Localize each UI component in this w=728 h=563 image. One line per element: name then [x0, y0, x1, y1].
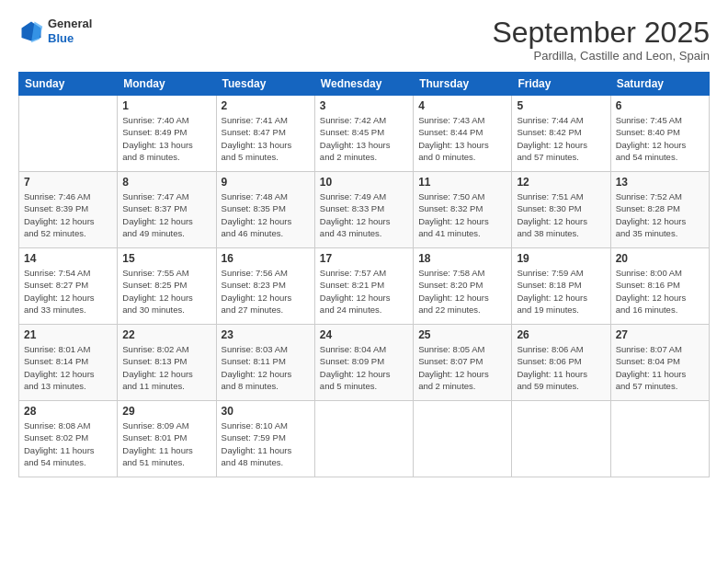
logo: General Blue — [18, 17, 92, 45]
calendar-table: SundayMondayTuesdayWednesdayThursdayFrid… — [18, 72, 710, 477]
weekday-header-monday: Monday — [118, 73, 216, 96]
logo-blue-text: Blue — [48, 31, 92, 46]
calendar-cell: 27Sunrise: 8:07 AM Sunset: 8:04 PM Dayli… — [610, 325, 709, 401]
calendar-cell: 24Sunrise: 8:04 AM Sunset: 8:09 PM Dayli… — [314, 325, 413, 401]
calendar-cell: 3Sunrise: 7:42 AM Sunset: 8:45 PM Daylig… — [314, 96, 413, 172]
week-row-1: 1Sunrise: 7:40 AM Sunset: 8:49 PM Daylig… — [19, 96, 710, 172]
calendar-cell: 16Sunrise: 7:56 AM Sunset: 8:23 PM Dayli… — [216, 248, 314, 325]
week-row-5: 28Sunrise: 8:08 AM Sunset: 8:02 PM Dayli… — [19, 401, 710, 477]
day-number: 11 — [418, 176, 506, 189]
day-number: 12 — [517, 176, 605, 189]
calendar-cell: 23Sunrise: 8:03 AM Sunset: 8:11 PM Dayli… — [216, 325, 314, 401]
day-number: 8 — [122, 176, 210, 189]
day-info: Sunrise: 7:54 AM Sunset: 8:27 PM Dayligh… — [24, 267, 112, 316]
day-number: 7 — [24, 176, 112, 189]
day-info: Sunrise: 7:40 AM Sunset: 8:49 PM Dayligh… — [122, 114, 210, 163]
calendar-cell: 9Sunrise: 7:48 AM Sunset: 8:35 PM Daylig… — [216, 172, 314, 248]
calendar-cell: 6Sunrise: 7:45 AM Sunset: 8:40 PM Daylig… — [610, 96, 709, 172]
calendar-cell — [19, 96, 118, 172]
calendar-cell: 13Sunrise: 7:52 AM Sunset: 8:28 PM Dayli… — [610, 172, 709, 248]
calendar-cell: 26Sunrise: 8:06 AM Sunset: 8:06 PM Dayli… — [512, 325, 610, 401]
day-info: Sunrise: 8:09 AM Sunset: 8:01 PM Dayligh… — [122, 419, 210, 468]
day-info: Sunrise: 7:50 AM Sunset: 8:32 PM Dayligh… — [418, 190, 506, 239]
day-number: 28 — [24, 405, 112, 418]
calendar-cell — [314, 401, 413, 477]
calendar-cell: 10Sunrise: 7:49 AM Sunset: 8:33 PM Dayli… — [314, 172, 413, 248]
day-number: 16 — [222, 252, 310, 265]
day-number: 26 — [517, 328, 605, 341]
week-row-2: 7Sunrise: 7:46 AM Sunset: 8:39 PM Daylig… — [19, 172, 710, 248]
calendar-cell — [610, 401, 709, 477]
day-number: 6 — [616, 99, 704, 112]
day-info: Sunrise: 7:59 AM Sunset: 8:18 PM Dayligh… — [517, 267, 605, 316]
weekday-header-tuesday: Tuesday — [216, 73, 314, 96]
day-info: Sunrise: 7:55 AM Sunset: 8:25 PM Dayligh… — [122, 267, 210, 316]
day-number: 4 — [418, 99, 506, 112]
day-number: 9 — [222, 176, 310, 189]
calendar-cell: 8Sunrise: 7:47 AM Sunset: 8:37 PM Daylig… — [118, 172, 216, 248]
calendar-cell: 22Sunrise: 8:02 AM Sunset: 8:13 PM Dayli… — [118, 325, 216, 401]
day-number: 29 — [122, 405, 210, 418]
day-info: Sunrise: 8:04 AM Sunset: 8:09 PM Dayligh… — [320, 343, 408, 392]
day-info: Sunrise: 7:52 AM Sunset: 8:28 PM Dayligh… — [616, 190, 704, 239]
day-info: Sunrise: 7:44 AM Sunset: 8:42 PM Dayligh… — [517, 114, 605, 163]
day-info: Sunrise: 7:41 AM Sunset: 8:47 PM Dayligh… — [222, 114, 310, 163]
day-number: 25 — [418, 328, 506, 341]
weekday-header-row: SundayMondayTuesdayWednesdayThursdayFrid… — [19, 73, 710, 96]
calendar-cell: 17Sunrise: 7:57 AM Sunset: 8:21 PM Dayli… — [314, 248, 413, 325]
day-info: Sunrise: 7:49 AM Sunset: 8:33 PM Dayligh… — [320, 190, 408, 239]
day-number: 5 — [517, 99, 605, 112]
day-number: 15 — [122, 252, 210, 265]
day-info: Sunrise: 8:00 AM Sunset: 8:16 PM Dayligh… — [616, 267, 704, 316]
logo-general-text: General — [48, 17, 92, 31]
day-number: 1 — [122, 99, 210, 112]
day-info: Sunrise: 7:46 AM Sunset: 8:39 PM Dayligh… — [24, 190, 112, 239]
day-info: Sunrise: 8:01 AM Sunset: 8:14 PM Dayligh… — [24, 343, 112, 392]
day-info: Sunrise: 7:57 AM Sunset: 8:21 PM Dayligh… — [320, 267, 408, 316]
calendar-cell: 29Sunrise: 8:09 AM Sunset: 8:01 PM Dayli… — [118, 401, 216, 477]
calendar-cell: 19Sunrise: 7:59 AM Sunset: 8:18 PM Dayli… — [512, 248, 610, 325]
day-info: Sunrise: 8:08 AM Sunset: 8:02 PM Dayligh… — [24, 419, 112, 468]
day-info: Sunrise: 7:47 AM Sunset: 8:37 PM Dayligh… — [122, 190, 210, 239]
calendar-cell — [512, 401, 610, 477]
header: General Blue September 2025 Pardilla, Ca… — [18, 17, 710, 63]
calendar-cell: 25Sunrise: 8:05 AM Sunset: 8:07 PM Dayli… — [414, 325, 512, 401]
day-number: 10 — [320, 176, 408, 189]
day-number: 14 — [24, 252, 112, 265]
calendar-cell: 11Sunrise: 7:50 AM Sunset: 8:32 PM Dayli… — [414, 172, 512, 248]
calendar-cell: 12Sunrise: 7:51 AM Sunset: 8:30 PM Dayli… — [512, 172, 610, 248]
calendar-cell: 1Sunrise: 7:40 AM Sunset: 8:49 PM Daylig… — [118, 96, 216, 172]
day-info: Sunrise: 7:56 AM Sunset: 8:23 PM Dayligh… — [222, 267, 310, 316]
day-info: Sunrise: 8:02 AM Sunset: 8:13 PM Dayligh… — [122, 343, 210, 392]
day-info: Sunrise: 8:05 AM Sunset: 8:07 PM Dayligh… — [418, 343, 506, 392]
calendar-cell: 30Sunrise: 8:10 AM Sunset: 7:59 PM Dayli… — [216, 401, 314, 477]
day-number: 17 — [320, 252, 408, 265]
day-number: 30 — [222, 405, 310, 418]
week-row-4: 21Sunrise: 8:01 AM Sunset: 8:14 PM Dayli… — [19, 325, 710, 401]
day-info: Sunrise: 8:06 AM Sunset: 8:06 PM Dayligh… — [517, 343, 605, 392]
title-area: September 2025 Pardilla, Castille and Le… — [492, 17, 710, 63]
logo-icon — [18, 18, 44, 44]
weekday-header-friday: Friday — [512, 73, 610, 96]
day-number: 2 — [222, 99, 310, 112]
day-info: Sunrise: 7:42 AM Sunset: 8:45 PM Dayligh… — [320, 114, 408, 163]
weekday-header-wednesday: Wednesday — [314, 73, 413, 96]
calendar-cell: 28Sunrise: 8:08 AM Sunset: 8:02 PM Dayli… — [19, 401, 118, 477]
location-subtitle: Pardilla, Castille and Leon, Spain — [492, 49, 710, 63]
calendar-cell — [414, 401, 512, 477]
day-info: Sunrise: 8:03 AM Sunset: 8:11 PM Dayligh… — [222, 343, 310, 392]
day-info: Sunrise: 7:43 AM Sunset: 8:44 PM Dayligh… — [418, 114, 506, 163]
day-number: 13 — [616, 176, 704, 189]
day-number: 20 — [616, 252, 704, 265]
day-number: 22 — [122, 328, 210, 341]
calendar-cell: 20Sunrise: 8:00 AM Sunset: 8:16 PM Dayli… — [610, 248, 709, 325]
day-info: Sunrise: 7:45 AM Sunset: 8:40 PM Dayligh… — [616, 114, 704, 163]
page: General Blue September 2025 Pardilla, Ca… — [0, 0, 728, 563]
day-info: Sunrise: 7:51 AM Sunset: 8:30 PM Dayligh… — [517, 190, 605, 239]
day-number: 23 — [222, 328, 310, 341]
day-info: Sunrise: 8:07 AM Sunset: 8:04 PM Dayligh… — [616, 343, 704, 392]
day-info: Sunrise: 7:58 AM Sunset: 8:20 PM Dayligh… — [418, 267, 506, 316]
calendar-cell: 21Sunrise: 8:01 AM Sunset: 8:14 PM Dayli… — [19, 325, 118, 401]
weekday-header-sunday: Sunday — [19, 73, 118, 96]
week-row-3: 14Sunrise: 7:54 AM Sunset: 8:27 PM Dayli… — [19, 248, 710, 325]
